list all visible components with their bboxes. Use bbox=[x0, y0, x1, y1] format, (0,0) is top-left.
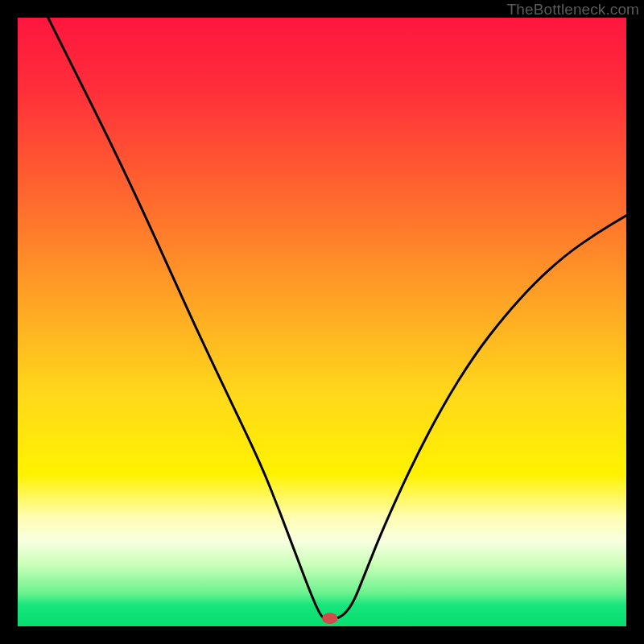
gradient-background bbox=[18, 18, 626, 626]
optimal-marker bbox=[322, 613, 338, 624]
chart-svg bbox=[18, 18, 626, 626]
bottleneck-chart bbox=[18, 18, 626, 626]
watermark-text: TheBottleneck.com bbox=[507, 1, 639, 19]
